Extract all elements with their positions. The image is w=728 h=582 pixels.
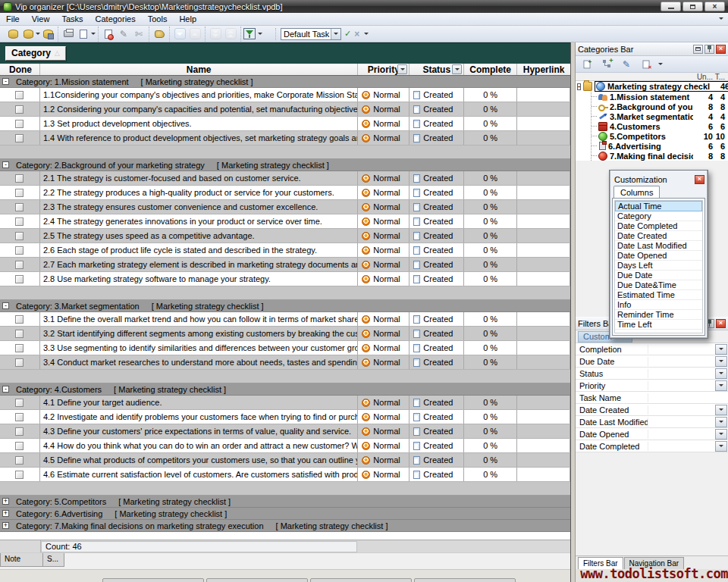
categories-bar-float-button[interactable] <box>693 45 703 54</box>
task-priority-cell[interactable]: Normal <box>358 214 410 228</box>
table-row[interactable]: 3.3 Use segmenting to identify similarit… <box>0 341 570 355</box>
tree-category-row[interactable]: 4.Customers 6 6 <box>592 121 728 131</box>
column-list-item[interactable]: Due Date&Time <box>615 280 702 290</box>
column-header-complete[interactable]: Complete <box>464 64 517 75</box>
category-expander-icon[interactable]: + <box>2 522 9 529</box>
task-name-cell[interactable]: 2.8 Use marketing strategy software to m… <box>40 272 358 286</box>
column-list-item[interactable]: Info <box>615 300 702 310</box>
task-status-cell[interactable]: Created <box>410 327 464 340</box>
save-database-button[interactable] <box>40 27 55 41</box>
task-status-cell[interactable]: Created <box>410 396 464 409</box>
column-list-item[interactable]: Due Date <box>615 271 702 280</box>
view-toolbar-overflow-icon[interactable] <box>364 33 369 35</box>
task-name-cell[interactable]: 2.2 The strategy produces a high-quality… <box>40 186 358 199</box>
filter-value-field[interactable] <box>648 440 715 452</box>
task-priority-cell[interactable]: Normal <box>358 200 410 214</box>
tree-category-row[interactable]: 6.Advertising 6 6 <box>592 141 728 151</box>
menubar-overflow-icon[interactable] <box>719 17 723 20</box>
table-row[interactable]: 3.2 Start identifying different segments… <box>0 327 570 341</box>
task-name-cell[interactable]: 1.3 Set product development objectives. <box>40 117 358 130</box>
task-status-cell[interactable]: Created <box>410 424 464 438</box>
task-status-cell[interactable]: Created <box>410 88 464 102</box>
tree-category-row[interactable]: 5.Competitors 10 10 <box>592 131 728 141</box>
task-name-cell[interactable]: 3.2 Start identifying different segments… <box>40 327 358 340</box>
done-checkbox[interactable] <box>15 315 24 324</box>
task-name-cell[interactable]: 4.4 How do you think what you can do to … <box>40 439 358 452</box>
table-row[interactable]: 1.2 Considering your company's capacitie… <box>0 102 570 117</box>
column-list-item[interactable]: Category <box>615 211 702 221</box>
task-priority-cell[interactable]: Normal <box>358 439 410 452</box>
task-name-cell[interactable]: 2.6 Each stage of product life cycle is … <box>40 243 358 257</box>
task-status-cell[interactable]: Created <box>410 439 464 452</box>
done-checkbox[interactable] <box>15 471 24 479</box>
tab-subtasks[interactable]: S... <box>43 553 64 567</box>
task-name-cell[interactable]: 4.6 Estimate current satisfaction level … <box>40 468 358 481</box>
categories-bar-pin-button[interactable] <box>704 45 714 54</box>
new-database-button[interactable] <box>5 27 20 41</box>
tab-note[interactable]: Note <box>0 553 43 567</box>
table-row[interactable]: 2.2 The strategy produces a high-quality… <box>0 186 570 200</box>
task-priority-cell[interactable]: Normal <box>358 258 410 271</box>
filter-dropdown-button[interactable] <box>715 441 727 452</box>
task-priority-cell[interactable]: Normal <box>358 186 410 199</box>
done-checkbox[interactable] <box>15 261 24 269</box>
table-row[interactable]: 4.5 Define what products of competitors … <box>0 453 570 468</box>
category-expander-icon[interactable]: - <box>2 302 9 309</box>
task-view-dropdown[interactable] <box>331 29 340 39</box>
done-checkbox[interactable] <box>15 442 24 450</box>
menu-item[interactable]: File <box>0 14 26 24</box>
filter-value-field[interactable] <box>648 428 715 440</box>
task-status-cell[interactable]: Created <box>410 341 464 355</box>
done-checkbox[interactable] <box>15 344 24 352</box>
filter-dropdown-button[interactable] <box>715 380 727 391</box>
task-priority-cell[interactable]: Normal <box>358 341 410 355</box>
task-name-cell[interactable]: 4.3 Define your customers' price expecta… <box>40 424 358 438</box>
tree-root-expander-icon[interactable]: - <box>577 83 581 90</box>
task-name-cell[interactable]: 2.3 The strategy ensures customer conven… <box>40 200 358 214</box>
table-row[interactable]: 4.1 Define your target audience. Normal … <box>0 396 570 410</box>
restore-button[interactable] <box>682 2 703 11</box>
table-row[interactable]: 2.8 Use marketing strategy software to m… <box>0 272 570 286</box>
task-name-cell[interactable]: 1.4 With reference to product developmen… <box>40 131 358 145</box>
category-expander-icon[interactable]: + <box>2 498 9 505</box>
open-database-button[interactable] <box>20 27 36 41</box>
task-status-cell[interactable]: Created <box>410 200 464 214</box>
delete-task-button[interactable]: ✄ <box>131 27 146 41</box>
done-checkbox[interactable] <box>15 232 24 240</box>
filter-dropdown-button[interactable] <box>715 368 727 379</box>
new-task-button[interactable] <box>101 27 116 41</box>
task-name-cell[interactable]: 3.3 Use segmenting to identify similarit… <box>40 341 358 355</box>
customization-close-button[interactable]: × <box>695 175 704 184</box>
column-list-item[interactable]: Date Completed <box>615 221 702 231</box>
task-status-cell[interactable]: Created <box>410 171 464 185</box>
task-status-cell[interactable]: Created <box>410 102 464 116</box>
task-view-selector[interactable]: Default Task V <box>281 28 341 40</box>
category-expander-icon[interactable]: - <box>2 78 9 85</box>
filter-dropdown-icon[interactable] <box>258 33 262 35</box>
done-checkbox[interactable] <box>15 120 24 128</box>
table-row[interactable]: 2.6 Each stage of product life cycle is … <box>0 243 570 258</box>
task-status-cell[interactable]: Created <box>410 243 464 257</box>
move-top-button[interactable] <box>223 27 238 41</box>
done-checkbox[interactable] <box>15 427 24 436</box>
menu-item[interactable]: Help <box>173 14 202 24</box>
column-header-priority[interactable]: Priority <box>358 64 410 75</box>
table-row[interactable]: - Category: 4.Customers [ Marketing stra… <box>0 383 570 396</box>
task-status-cell[interactable]: Created <box>410 186 464 199</box>
task-priority-cell[interactable]: Normal <box>358 171 410 185</box>
column-list-item[interactable]: Actual Time <box>615 201 702 211</box>
table-row[interactable]: 3.1 Define the overall market trend and … <box>0 312 570 327</box>
edit-task-button[interactable]: ✎ <box>116 27 131 41</box>
tree-category-row[interactable]: 1.Mission statement 4 4 <box>592 92 728 102</box>
filter-toggle-button[interactable] <box>243 28 256 39</box>
new-subcategory-button[interactable]: + <box>599 58 614 71</box>
menu-item[interactable]: Tasks <box>55 14 89 24</box>
complete-task-button[interactable] <box>152 27 167 41</box>
column-list-item[interactable]: Date Opened <box>615 251 702 261</box>
task-priority-cell[interactable]: Normal <box>358 355 410 369</box>
task-priority-cell[interactable]: Normal <box>358 396 410 409</box>
done-checkbox[interactable] <box>15 456 24 465</box>
table-row[interactable] <box>0 482 570 496</box>
task-status-cell[interactable]: Created <box>410 131 464 145</box>
move-down-button[interactable] <box>172 27 187 41</box>
